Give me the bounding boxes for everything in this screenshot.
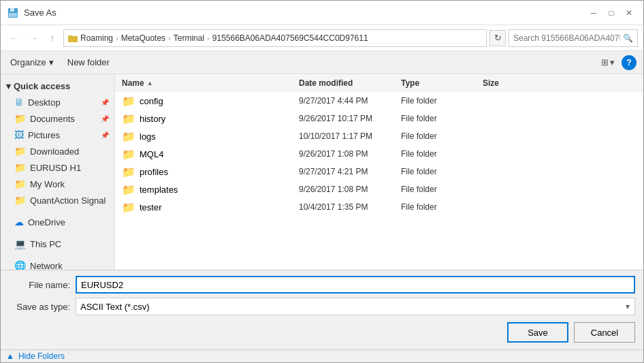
hide-folders-bar[interactable]: ▲ Hide Folders	[1, 349, 643, 362]
cancel-button[interactable]: Cancel	[574, 322, 635, 343]
quantaction-label: QuantAction Signal	[30, 195, 106, 206]
table-row[interactable]: 📁 MQL4 9/26/2017 1:08 PM File folder	[115, 145, 643, 163]
bottom-section: File name: Save as type: ASCII Text (*.c…	[1, 270, 643, 349]
eurusd-folder-icon: 📁	[14, 162, 26, 173]
documents-label: Documents	[30, 114, 75, 124]
quick-access-label: Quick access	[14, 81, 70, 91]
row-date-tester: 10/4/2017 1:35 PM	[299, 202, 401, 212]
help-button[interactable]: ?	[622, 55, 637, 70]
title-bar: Save As ─ □ ✕	[1, 1, 643, 25]
sidebar-item-desktop[interactable]: 🖥 Desktop 📌	[1, 94, 114, 110]
address-bar: ← → ↑ Roaming › MetaQuotes › Terminal › …	[1, 25, 643, 51]
documents-folder-icon: 📁	[14, 113, 26, 124]
hide-folders-label: Hide Folders	[18, 351, 65, 361]
col-size-header[interactable]: Size	[483, 78, 537, 88]
sort-icon: ▲	[147, 80, 153, 86]
row-name-tester: 📁 tester	[122, 201, 299, 214]
savetype-label: Save as type:	[9, 302, 70, 312]
filename-input[interactable]	[76, 276, 635, 294]
save-button[interactable]: Save	[507, 322, 568, 343]
search-icon: 🔍	[623, 33, 633, 43]
sidebar-item-quantaction[interactable]: 📁 QuantAction Signal	[1, 192, 114, 208]
file-list-header: Name ▲ Date modified Type Size	[115, 74, 643, 92]
table-row[interactable]: 📁 templates 9/26/2017 1:08 PM File folde…	[115, 180, 643, 198]
window-title: Save As	[24, 7, 57, 18]
new-folder-button[interactable]: New folder	[65, 56, 112, 69]
table-row[interactable]: 📁 profiles 9/27/2017 4:21 PM File folder	[115, 163, 643, 180]
search-input[interactable]	[513, 33, 620, 43]
onedrive-label: OneDrive	[28, 217, 65, 227]
organize-button[interactable]: Organize ▾	[7, 56, 57, 69]
path-terminal: Terminal	[174, 33, 204, 43]
sidebar-item-eurusd[interactable]: 📁 EURUSD H1	[1, 159, 114, 176]
network-label: Network	[30, 261, 63, 270]
table-row[interactable]: 📁 history 9/26/2017 10:17 PM File folder	[115, 110, 643, 127]
desktop-folder-icon: 🖥	[14, 97, 24, 108]
sidebar-item-pictures[interactable]: 🖼 Pictures 📌	[1, 127, 114, 143]
path-roaming: Roaming	[80, 33, 113, 43]
toolbar: Organize ▾ New folder ⊞ ▾ ?	[1, 51, 643, 74]
pin-icon-documents: 📌	[101, 115, 109, 123]
quick-access-header[interactable]: ▾ Quick access	[1, 77, 114, 94]
view-button[interactable]: ⊞ ▾	[598, 56, 617, 69]
col-type-header[interactable]: Type	[401, 78, 483, 88]
address-path[interactable]: Roaming › MetaQuotes › Terminal › 915566…	[63, 29, 487, 47]
downloaded-label: Downloaded	[30, 146, 79, 157]
pictures-folder-icon: 🖼	[14, 129, 24, 140]
mywork-label: My Work	[30, 179, 65, 189]
row-name-templates: 📁 templates	[122, 183, 299, 196]
savetype-select[interactable]: ASCII Text (*.csv)	[76, 298, 635, 315]
view-icon: ⊞	[601, 57, 609, 67]
sidebar-item-thispc[interactable]: 💻 This PC	[1, 236, 114, 252]
folder-icon-logs: 📁	[122, 130, 135, 143]
col-date-header[interactable]: Date modified	[299, 78, 401, 88]
main-content: ▾ Quick access 🖥 Desktop 📌 📁 Documents 📌…	[1, 74, 643, 270]
search-box[interactable]: 🔍	[509, 29, 638, 47]
separator-1	[1, 208, 114, 214]
minimize-button[interactable]: ─	[586, 5, 601, 20]
path-metaquotes: MetaQuotes	[121, 33, 165, 43]
refresh-button[interactable]: ↻	[489, 30, 506, 46]
svg-rect-4	[68, 35, 72, 37]
eurusd-label: EURUSD H1	[30, 163, 81, 173]
pin-icon-pictures: 📌	[101, 131, 109, 139]
sidebar: ▾ Quick access 🖥 Desktop 📌 📁 Documents 📌…	[1, 74, 115, 270]
network-icon: 🌐	[14, 260, 26, 270]
quick-access-chevron: ▾	[6, 81, 11, 91]
row-date-mql4: 9/26/2017 1:08 PM	[299, 149, 401, 159]
title-controls: ─ □ ✕	[586, 5, 637, 20]
table-row[interactable]: 📁 config 9/27/2017 4:44 PM File folder	[115, 92, 643, 110]
sidebar-item-network[interactable]: 🌐 Network	[1, 257, 114, 270]
maximize-button[interactable]: □	[604, 5, 619, 20]
separator-3	[1, 252, 114, 257]
filename-label: File name:	[9, 280, 70, 290]
path-folder-icon	[68, 34, 78, 42]
table-row[interactable]: 📁 logs 10/10/2017 1:17 PM File folder	[115, 127, 643, 145]
svg-rect-2	[9, 13, 17, 17]
row-name-mql4: 📁 MQL4	[122, 148, 299, 161]
row-date-config: 9/27/2017 4:44 PM	[299, 96, 401, 106]
file-list: Name ▲ Date modified Type Size 📁 config	[115, 74, 643, 270]
sidebar-item-mywork[interactable]: 📁 My Work	[1, 176, 114, 192]
folder-icon-tester: 📁	[122, 201, 135, 214]
svg-rect-1	[10, 8, 14, 12]
back-button[interactable]: ←	[6, 30, 22, 46]
sidebar-item-documents[interactable]: 📁 Documents 📌	[1, 110, 114, 127]
folder-icon-history: 📁	[122, 112, 135, 125]
folder-icon-config: 📁	[122, 95, 135, 108]
col-name-header[interactable]: Name ▲	[122, 78, 299, 88]
sidebar-item-onedrive[interactable]: ☁ OneDrive	[1, 214, 114, 230]
forward-button[interactable]: →	[25, 30, 42, 46]
close-button[interactable]: ✕	[622, 5, 637, 20]
save-as-dialog: Save As ─ □ ✕ ← → ↑ Roaming › MetaQuotes…	[0, 0, 644, 363]
row-date-templates: 9/26/2017 1:08 PM	[299, 185, 401, 194]
up-button[interactable]: ↑	[44, 30, 61, 46]
sidebar-item-downloaded[interactable]: 📁 Downloaded	[1, 143, 114, 159]
folder-icon-mql4: 📁	[122, 148, 135, 161]
row-date-history: 9/26/2017 10:17 PM	[299, 114, 401, 123]
separator-2	[1, 230, 114, 236]
folder-icon-templates: 📁	[122, 183, 135, 196]
table-row[interactable]: 📁 tester 10/4/2017 1:35 PM File folder	[115, 198, 643, 216]
row-type-config: File folder	[401, 96, 483, 106]
downloaded-folder-icon: 📁	[14, 146, 26, 157]
